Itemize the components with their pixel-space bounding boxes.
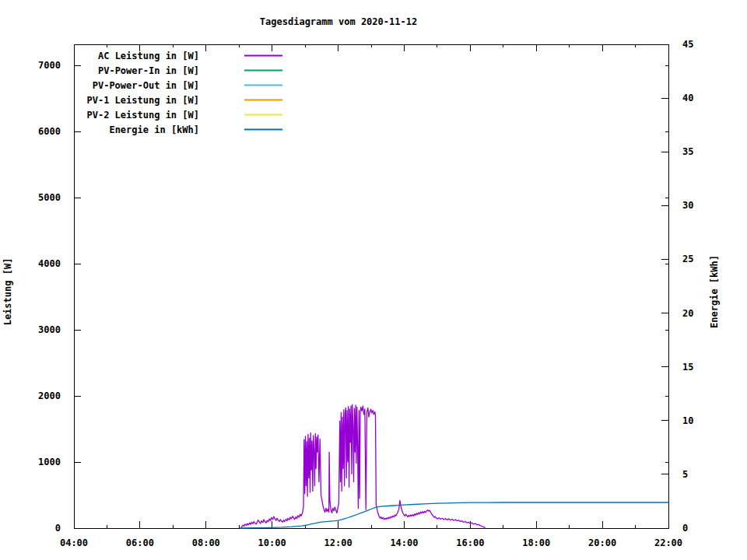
y-right-tick-label: 45 xyxy=(682,39,693,50)
legend-group: AC Leistung in [W]PV-Power-In in [W]PV-P… xyxy=(87,51,283,135)
y-right-tick-label: 40 xyxy=(682,93,693,103)
y-left-tick-label: 0 xyxy=(55,523,61,534)
y-left-tick-label: 2000 xyxy=(38,390,61,401)
legend-label: PV-1 Leistung in [W] xyxy=(87,95,200,106)
legend-label: PV-Power-In in [W] xyxy=(98,65,199,76)
y-right-tick-label: 20 xyxy=(682,308,693,319)
legend-label: PV-2 Leistung in [W] xyxy=(87,110,200,121)
x-tick-label: 12:00 xyxy=(324,537,352,548)
daily-diagram-chart: Tagesdiagramm vom 2020-11-12 Leistung [W… xyxy=(0,0,747,560)
x-tick-label: 14:00 xyxy=(390,537,418,548)
y-right-tick-label: 0 xyxy=(682,523,688,534)
x-tick-label: 10:00 xyxy=(258,537,286,548)
legend-label: Energie in [kWh] xyxy=(109,124,199,135)
y-right-tick-label: 15 xyxy=(682,362,693,373)
y-right-tick-label: 30 xyxy=(682,200,693,211)
y-left-tick-label: 4000 xyxy=(38,258,61,269)
y-right-tick-label: 25 xyxy=(682,254,693,264)
y-left-tick-label: 5000 xyxy=(38,192,61,203)
y-left-tick-label: 1000 xyxy=(38,457,61,467)
x-tick-label: 06:00 xyxy=(126,537,154,548)
daily-diagram-page: Tagesdiagramm vom 2020-11-12 Leistung [W… xyxy=(0,0,747,560)
legend-label: AC Leistung in [W] xyxy=(98,51,199,61)
x-tick-label: 08:00 xyxy=(192,537,220,548)
y-left-tick-label: 7000 xyxy=(38,60,61,71)
x-tick-label: 04:00 xyxy=(60,537,88,548)
series-line-ac-leistung-in-w- xyxy=(240,404,485,528)
series-line-energie-in-kwh- xyxy=(240,502,668,528)
x-tick-label: 20:00 xyxy=(588,537,616,548)
y-right-tick-label: 35 xyxy=(682,146,693,157)
y-right-axis-title: Energie [kWh] xyxy=(709,255,720,328)
legend-label: PV-Power-Out in [W] xyxy=(93,80,199,91)
y-right-tick-label: 10 xyxy=(682,415,693,426)
x-tick-label: 18:00 xyxy=(522,537,550,548)
y-left-axis-title: Leistung [W] xyxy=(2,258,13,326)
x-tick-label: 22:00 xyxy=(654,537,682,548)
y-left-tick-label: 6000 xyxy=(38,126,61,137)
x-tick-label: 16:00 xyxy=(456,537,484,548)
y-right-tick-label: 5 xyxy=(682,469,688,480)
series-group xyxy=(240,404,668,528)
y-left-tick-label: 3000 xyxy=(38,324,61,335)
chart-title: Tagesdiagramm vom 2020-11-12 xyxy=(260,16,417,27)
